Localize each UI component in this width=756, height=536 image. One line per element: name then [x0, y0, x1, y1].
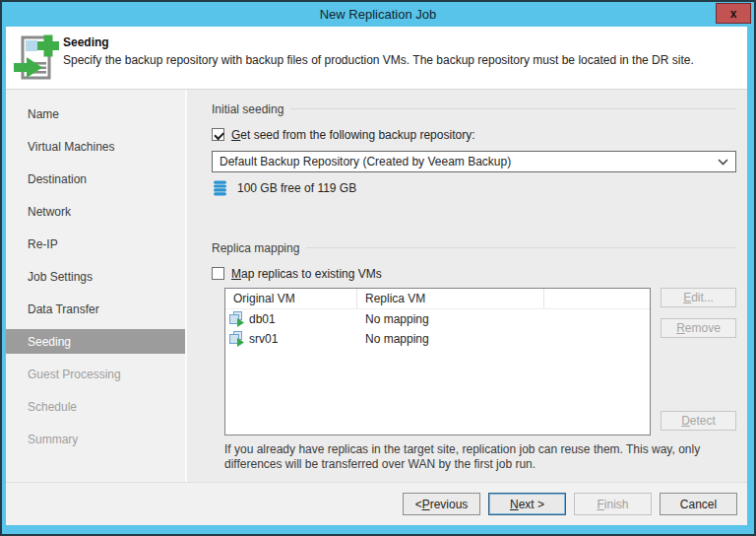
detect-button[interactable]: Detect	[661, 411, 736, 431]
sidebar-item-schedule[interactable]: Schedule	[6, 390, 185, 423]
original-vm-name: db01	[249, 312, 276, 326]
dialog-frame: Seeding Specify the backup repository wi…	[6, 27, 747, 525]
finish-button[interactable]: Finish	[574, 493, 652, 515]
vm-icon	[229, 331, 245, 347]
replica-mapping-group: Replica mapping	[212, 240, 736, 255]
map-replicas-row: Map replicas to existing VMs	[212, 266, 736, 281]
map-replicas-checkbox-label[interactable]: Map replicas to existing VMs	[231, 267, 382, 281]
table-row[interactable]: srv01 No mapping	[225, 329, 650, 349]
replica-mapping-area: Original VM Replica VM	[224, 288, 736, 436]
next-button[interactable]: Next >	[488, 493, 566, 515]
get-seed-checkbox[interactable]	[212, 128, 224, 141]
get-seed-row: Get seed from the following backup repos…	[212, 127, 736, 142]
table-header: Original VM Replica VM	[225, 289, 650, 309]
step-title: Seeding	[63, 35, 694, 49]
mapping-buttons: Edit... Remove Detect	[661, 288, 736, 436]
initial-seeding-group: Initial seeding	[212, 101, 736, 116]
cancel-button[interactable]: Cancel	[660, 493, 737, 515]
replica-mapping-label: Replica mapping	[212, 241, 299, 255]
group-separator-line	[290, 108, 736, 109]
vm-icon	[229, 311, 245, 327]
wizard-footer: < Previous Next > Finish Cancel	[6, 482, 747, 525]
window-title: New Replication Job	[320, 7, 437, 22]
close-button[interactable]: x	[716, 3, 751, 24]
repository-icon	[213, 180, 227, 196]
repository-dropdown[interactable]: Default Backup Repository (Created by Ve…	[212, 151, 736, 172]
repository-capacity-text: 100 GB free of 119 GB	[237, 181, 356, 195]
column-header-empty	[544, 289, 650, 308]
remove-button[interactable]: Remove	[661, 318, 736, 338]
map-replicas-checkbox[interactable]	[212, 267, 224, 280]
sidebar-item-guest-processing[interactable]: Guest Processing	[6, 358, 185, 390]
sidebar-item-seeding[interactable]: Seeding	[6, 329, 185, 354]
vm-mapping-table[interactable]: Original VM Replica VM	[224, 288, 651, 436]
sidebar-item-network[interactable]: Network	[6, 195, 185, 228]
repository-capacity-row: 100 GB free of 119 GB	[212, 180, 736, 196]
column-header-original-vm[interactable]: Original VM	[225, 289, 357, 308]
header-text: Seeding Specify the backup repository wi…	[63, 33, 694, 67]
sidebar-item-virtual-machines[interactable]: Virtual Machines	[6, 130, 185, 163]
replica-vm-value: No mapping	[357, 312, 544, 326]
table-row[interactable]: db01 No mapping	[225, 309, 650, 329]
replication-job-icon	[14, 34, 63, 86]
initial-seeding-label: Initial seeding	[212, 102, 284, 116]
sidebar-item-job-settings[interactable]: Job Settings	[6, 260, 185, 293]
new-replication-job-window: New Replication Job x Seeding	[0, 0, 756, 536]
replica-vm-value: No mapping	[357, 332, 544, 346]
title-bar[interactable]: New Replication Job x	[2, 2, 754, 27]
wizard-content: Name Virtual Machines Destination Networ…	[6, 90, 747, 482]
get-seed-checkbox-label[interactable]: Get seed from the following backup repos…	[231, 128, 474, 142]
sidebar-item-name[interactable]: Name	[6, 98, 185, 130]
step-description: Specify the backup repository with backu…	[63, 53, 694, 67]
column-header-replica-vm[interactable]: Replica VM	[357, 289, 544, 308]
main-panel: Initial seeding Get seed from the follow…	[187, 90, 747, 482]
original-vm-name: srv01	[249, 332, 278, 346]
sidebar-item-destination[interactable]: Destination	[6, 163, 185, 195]
replica-mapping-note: If you already have replicas in the targ…	[224, 442, 722, 472]
wizard-header: Seeding Specify the backup repository wi…	[6, 27, 747, 90]
repository-dropdown-value: Default Backup Repository (Created by Ve…	[220, 155, 712, 168]
group-separator-line	[306, 247, 736, 248]
sidebar-item-data-transfer[interactable]: Data Transfer	[6, 293, 185, 325]
spacer	[661, 338, 736, 411]
sidebar-item-summary[interactable]: Summary	[6, 423, 185, 455]
sidebar-item-re-ip[interactable]: Re-IP	[6, 228, 185, 260]
edit-button[interactable]: Edit...	[661, 288, 736, 307]
chevron-down-icon	[718, 159, 728, 166]
previous-button[interactable]: < Previous	[403, 493, 480, 515]
wizard-steps-sidebar: Name Virtual Machines Destination Networ…	[6, 90, 187, 482]
